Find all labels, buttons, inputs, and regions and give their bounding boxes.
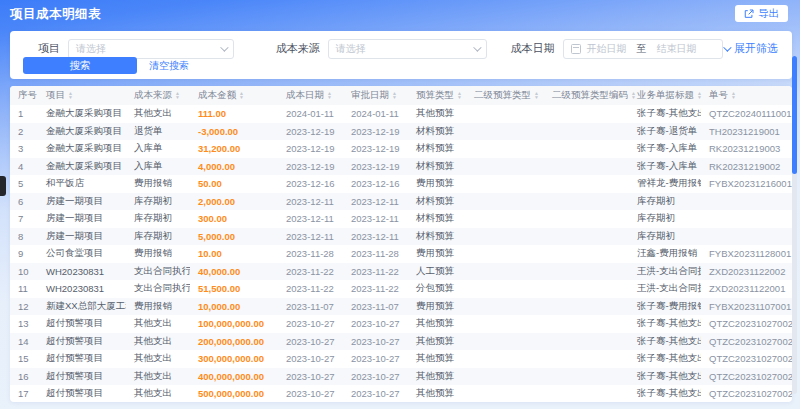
table-row[interactable]: 10WH20230831支出合同执行40,000.002023-11-22202… [10, 263, 792, 281]
cell-index: 5 [10, 175, 38, 193]
scrollbar-track[interactable] [792, 56, 797, 394]
cell-budget_type: 其他预算 [408, 315, 466, 333]
sort-icon[interactable] [457, 91, 462, 100]
cell-budget_type2 [466, 193, 544, 211]
table-row[interactable]: 4金融大厦采购项目入库单4,000.002023-12-192023-12-19… [10, 158, 792, 176]
cell-amount: 100,000,000.00 [190, 315, 278, 333]
table-row[interactable]: 14超付预警项目其他支出200,000,000.002023-10-272023… [10, 333, 792, 351]
export-button[interactable]: 导出 [735, 5, 788, 22]
sort-icon[interactable] [327, 91, 332, 100]
cell-budget_type: 其他预算 [408, 350, 466, 368]
cell-budget_type2_code [544, 368, 629, 386]
drawer-handle[interactable] [0, 176, 6, 196]
table-row[interactable]: 15超付预警项目其他支出300,000,000.002023-10-272023… [10, 350, 792, 368]
column-label: 审批日期 [351, 89, 389, 100]
column-header-audit_date[interactable]: 审批日期 [343, 86, 408, 105]
cell-budget_type2 [466, 368, 544, 386]
cell-source: 库存期初 [126, 228, 190, 246]
cell-project: 超付预警项目 [38, 350, 126, 368]
table-row[interactable]: 6房建一期项目库存期初2,000.002023-12-112023-12-11材… [10, 193, 792, 211]
sort-icon[interactable] [697, 91, 702, 100]
search-button[interactable]: 搜索 [23, 57, 137, 74]
cell-source: 库存期初 [126, 210, 190, 228]
column-header-doc_no[interactable]: 单号 [701, 86, 792, 105]
cell-budget_type: 材料预算 [408, 193, 466, 211]
sort-icon[interactable] [239, 91, 244, 100]
column-label: 业务单据标题 [637, 89, 694, 100]
filter-actions: 搜索 清空搜索 [23, 57, 189, 74]
cell-doc_title: 张子骞-其他支出 [629, 350, 701, 368]
cell-amount: 4,000.00 [190, 158, 278, 176]
column-header-cost_date[interactable]: 成本日期 [278, 86, 343, 105]
project-select[interactable]: 请选择 [68, 39, 234, 59]
cell-cost_date: 2023-10-27 [278, 333, 343, 351]
sort-icon[interactable] [731, 91, 736, 100]
cell-doc_title: 张子骞-其他支出 [629, 105, 701, 123]
table-row[interactable]: 17超付预警项目其他支出500,000,000.002023-10-272023… [10, 385, 792, 402]
cell-project: 房建一期项目 [38, 228, 126, 246]
table-row[interactable]: 12新建XX总部大厦工程二期费用报销10,000.002023-11-07202… [10, 298, 792, 316]
column-header-source[interactable]: 成本来源 [126, 86, 190, 105]
cell-audit_date: 2023-12-19 [343, 158, 408, 176]
table-row[interactable]: 3金融大厦采购项目入库单31,200.002023-12-192023-12-1… [10, 140, 792, 158]
cell-doc_title: 管祥龙-费用报销 [629, 175, 701, 193]
table-row[interactable]: 1金融大厦采购项目其他支出111.002024-01-112024-01-11其… [10, 105, 792, 123]
sort-icon[interactable] [534, 91, 539, 100]
cell-amount: 5,000.00 [190, 228, 278, 246]
table-row[interactable]: 8房建一期项目库存期初5,000.002023-12-112023-12-11材… [10, 228, 792, 246]
column-header-index: 序号 [10, 86, 38, 105]
cell-cost_date: 2023-10-27 [278, 385, 343, 402]
cell-doc_title: 王洪-支出合同执行 [629, 263, 701, 281]
cell-source: 其他支出 [126, 385, 190, 402]
cell-budget_type2_code [544, 158, 629, 176]
cell-doc_no [701, 228, 792, 246]
cell-project: 和平饭店 [38, 175, 126, 193]
column-header-project[interactable]: 项目 [38, 86, 126, 105]
cell-audit_date: 2023-11-28 [343, 245, 408, 263]
cost-date-range-picker[interactable]: 开始日期 至 结束日期 [563, 39, 724, 59]
cell-doc_title: 王洪-支出合同执行 [629, 280, 701, 298]
table-row[interactable]: 5和平饭店费用报销50.002023-12-162023-12-16费用预算管祥… [10, 175, 792, 193]
sort-icon[interactable] [68, 91, 73, 100]
sort-icon[interactable] [392, 91, 397, 100]
cell-project: 超付预警项目 [38, 368, 126, 386]
cell-amount: 300,000,000.00 [190, 350, 278, 368]
column-header-amount[interactable]: 成本金额 [190, 86, 278, 105]
column-header-budget_type2[interactable]: 二级预算类型 [466, 86, 544, 105]
cell-budget_type: 材料预算 [408, 210, 466, 228]
cell-budget_type2 [466, 298, 544, 316]
sort-icon[interactable] [631, 91, 636, 100]
cell-budget_type2_code [544, 280, 629, 298]
cell-doc_no: FYBX20231128001 [701, 245, 792, 263]
cell-budget_type2 [466, 228, 544, 246]
cell-doc_title: 库存期初 [629, 210, 701, 228]
cost-detail-table-card: 序号项目成本来源成本金额成本日期审批日期预算类型二级预算类型二级预算类型编码业务… [10, 86, 792, 402]
table-row[interactable]: 7房建一期项目库存期初300.002023-12-112023-12-11材料预… [10, 210, 792, 228]
scrollbar-thumb[interactable] [792, 56, 797, 174]
project-select-placeholder: 请选择 [76, 42, 106, 56]
clear-search-link[interactable]: 清空搜索 [149, 59, 189, 73]
cell-budget_type2_code [544, 245, 629, 263]
column-header-doc_title[interactable]: 业务单据标题 [629, 86, 701, 105]
cell-cost_date: 2023-12-11 [278, 210, 343, 228]
cell-doc_no: QTZC20231027002 [701, 385, 792, 402]
column-label: 预算类型 [416, 89, 454, 100]
cell-index: 6 [10, 193, 38, 211]
cell-audit_date: 2023-12-11 [343, 228, 408, 246]
expand-filters-link[interactable]: 展开筛选 [723, 41, 778, 56]
cell-audit_date: 2023-12-16 [343, 175, 408, 193]
table-row[interactable]: 9公司食堂项目费用报销10.002023-11-282023-11-28费用预算… [10, 245, 792, 263]
table-row[interactable]: 13超付预警项目其他支出100,000,000.002023-10-272023… [10, 315, 792, 333]
cost-source-select[interactable]: 请选择 [328, 39, 487, 59]
table-row[interactable]: 16超付预警项目其他支出400,000,000.002023-10-272023… [10, 368, 792, 386]
table-row[interactable]: 11WH20230831支出合同执行51,500.002023-11-22202… [10, 280, 792, 298]
sort-icon[interactable] [175, 91, 180, 100]
cell-budget_type2 [466, 385, 544, 402]
column-header-budget_type2_code[interactable]: 二级预算类型编码 [544, 86, 629, 105]
table-row[interactable]: 2金融大厦采购项目退货单-3,000.002023-12-192023-12-1… [10, 123, 792, 141]
cell-project: 房建一期项目 [38, 193, 126, 211]
column-label: 单号 [709, 89, 728, 100]
cell-budget_type2 [466, 123, 544, 141]
cell-doc_no: QTZC20231027002 [701, 350, 792, 368]
column-header-budget_type[interactable]: 预算类型 [408, 86, 466, 105]
